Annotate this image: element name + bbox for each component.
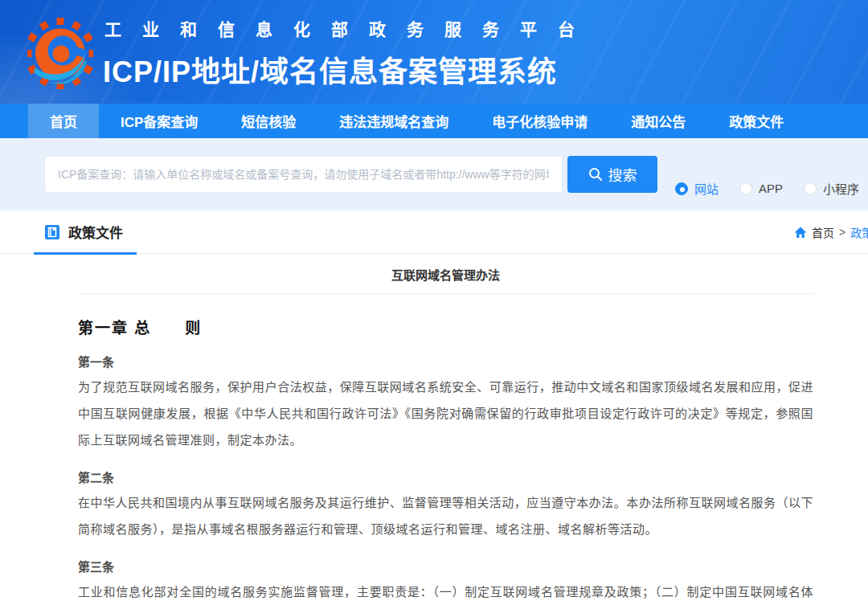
miit-beian-logo[interactable] xyxy=(27,11,93,96)
content-area: 政策文件 首页 > 政策文件 互联网域名管理办法 第一章 总 则 第一条 为了规… xyxy=(0,211,868,605)
radio-selected-icon xyxy=(675,182,688,195)
nav-item-home[interactable]: 首页 xyxy=(28,104,99,138)
platform-slogan: 工业和信息化部政务服务平台 xyxy=(104,16,596,40)
search-button-label: 搜索 xyxy=(608,164,637,185)
policy-document: 互联网域名管理办法 第一章 总 则 第一条 为了规范互联网域名服务，保护用户合法… xyxy=(78,266,813,605)
article-2-heading: 第二条 xyxy=(78,468,813,485)
radio-website-label: 网站 xyxy=(694,180,719,197)
breadcrumb: 首页 > 政策文件 xyxy=(794,224,868,240)
page: 工业和信息化部政务服务平台 ICP/IP地址/域名信息备案管理系统 首页 ICP… xyxy=(0,0,868,605)
home-icon xyxy=(794,227,807,239)
gear-e-logo-icon xyxy=(27,11,93,96)
magnifier-icon xyxy=(588,167,603,182)
main-nav: 首页 ICP备案查询 短信核验 违法违规域名查询 电子化核验申请 通知公告 政策… xyxy=(0,104,868,138)
chapter-heading: 第一章 总 则 xyxy=(78,316,813,337)
section-underline xyxy=(34,252,137,255)
breadcrumb-home-link[interactable]: 首页 xyxy=(812,224,834,240)
article-3-heading: 第三条 xyxy=(78,558,813,574)
search-band: 搜索 网站 APP 小程序 快应用 xyxy=(0,138,868,211)
section-header: 政策文件 首页 > 政策文件 xyxy=(0,211,868,254)
radio-app[interactable]: APP xyxy=(739,182,783,195)
nav-item-policy-files[interactable]: 政策文件 xyxy=(707,104,805,138)
search-button[interactable]: 搜索 xyxy=(567,156,657,193)
article-1-heading: 第一条 xyxy=(78,353,813,370)
radio-unselected-icon xyxy=(739,182,752,195)
nav-item-sms-verify[interactable]: 短信核验 xyxy=(219,104,317,138)
nav-item-icp-query[interactable]: ICP备案查询 xyxy=(99,104,219,138)
site-header: 工业和信息化部政务服务平台 ICP/IP地址/域名信息备案管理系统 xyxy=(0,0,868,104)
breadcrumb-separator: > xyxy=(839,226,845,239)
radio-app-label: APP xyxy=(759,182,783,195)
nav-item-notices[interactable]: 通知公告 xyxy=(609,104,707,138)
header-titles: 工业和信息化部政务服务平台 ICP/IP地址/域名信息备案管理系统 xyxy=(103,14,596,90)
document-title: 互联网域名管理办法 xyxy=(78,266,813,283)
breadcrumb-current-link[interactable]: 政策文件 xyxy=(850,224,868,240)
search-type-options: 网站 APP 小程序 快应用 xyxy=(675,180,868,197)
icp-search-input[interactable] xyxy=(44,156,563,193)
policy-book-icon xyxy=(44,224,60,240)
site-title: ICP/IP地址/域名信息备案管理系统 xyxy=(103,48,596,90)
article-2-body: 在中华人民共和国境内从事互联网域名服务及其运行维护、监督管理等相关活动，应当遵守… xyxy=(78,489,813,542)
section-title: 政策文件 xyxy=(68,222,123,242)
radio-unselected-icon xyxy=(804,182,817,195)
article-3-body: 工业和信息化部对全国的域名服务实施监督管理，主要职责是：（一）制定互联网域名管理… xyxy=(78,578,813,605)
nav-item-illegal-domain-query[interactable]: 违法违规域名查询 xyxy=(317,104,470,138)
radio-website[interactable]: 网站 xyxy=(675,180,719,197)
radio-miniprogram[interactable]: 小程序 xyxy=(804,180,859,197)
radio-miniprogram-label: 小程序 xyxy=(823,180,859,197)
article-1-body: 为了规范互联网域名服务，保护用户合法权益，保障互联网域名系统安全、可靠运行，推动… xyxy=(78,374,813,453)
nav-item-e-verify-apply[interactable]: 电子化核验申请 xyxy=(470,104,609,138)
title-divider xyxy=(78,293,813,294)
